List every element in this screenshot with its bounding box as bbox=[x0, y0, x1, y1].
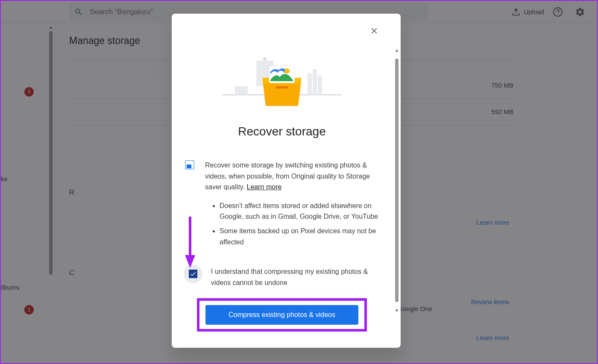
consent-row: I understand that compressing my existin… bbox=[184, 264, 379, 288]
consent-checkbox[interactable] bbox=[184, 264, 202, 283]
svg-rect-5 bbox=[308, 73, 312, 95]
modal-description-row: Recover some storage by switching existi… bbox=[185, 160, 379, 193]
close-button[interactable] bbox=[366, 22, 383, 39]
list-item: Some items backed up on Pixel devices ma… bbox=[220, 226, 379, 247]
svg-point-4 bbox=[263, 57, 267, 61]
consent-text: I understand that compressing my existin… bbox=[211, 264, 379, 288]
scroll-down-icon[interactable]: ▼ bbox=[395, 308, 399, 313]
modal-bullet-list: Doesn't affect items stored or added els… bbox=[220, 200, 379, 247]
svg-rect-9 bbox=[276, 86, 288, 88]
svg-rect-6 bbox=[313, 69, 317, 95]
svg-rect-13 bbox=[187, 164, 191, 168]
recover-storage-illustration bbox=[185, 52, 379, 108]
recover-storage-modal: ▲ ▼ Recover storage bbox=[172, 14, 401, 348]
modal-title: Recover storage bbox=[185, 125, 379, 138]
cta-highlight-annotation: Compress existing photos & videos bbox=[197, 298, 367, 332]
close-icon bbox=[369, 26, 379, 35]
checkmark-icon bbox=[190, 270, 196, 277]
list-item: Doesn't affect items stored or added els… bbox=[220, 200, 379, 222]
modal-description: Recover some storage by switching existi… bbox=[205, 160, 379, 193]
scroll-up-icon[interactable]: ▲ bbox=[395, 48, 399, 53]
svg-rect-2 bbox=[235, 86, 248, 95]
svg-rect-7 bbox=[318, 76, 322, 95]
modal-scrollbar[interactable]: ▲ ▼ bbox=[393, 48, 401, 313]
scroll-thumb[interactable] bbox=[395, 59, 399, 302]
learn-more-link[interactable]: Learn more bbox=[247, 183, 282, 191]
svg-point-11 bbox=[284, 68, 290, 73]
image-quality-icon bbox=[185, 160, 195, 170]
compress-button[interactable]: Compress existing photos & videos bbox=[205, 305, 358, 325]
